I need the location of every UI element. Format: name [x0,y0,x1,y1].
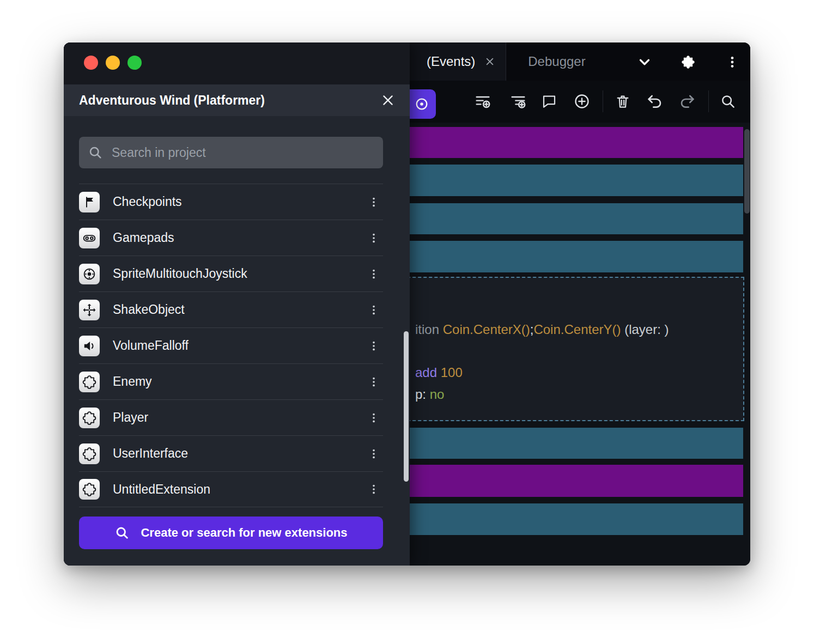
extension-menu-button[interactable] [365,263,383,285]
puzzle-icon [79,479,100,500]
event-action-line: add 100 [415,365,463,380]
kebab-menu-icon [368,232,380,244]
event-row[interactable] [402,241,743,272]
extension-item-untitledextension[interactable]: UntitledExtension [79,471,383,507]
app-window: (Events) Debugger [64,42,750,566]
tab-debugger[interactable]: Debugger [511,42,603,81]
events-scrollbar[interactable] [744,129,750,214]
create-extension-label: Create or search for new extensions [141,526,347,540]
tabs-dropdown-button[interactable] [631,49,658,75]
extension-item-player[interactable]: Player [79,399,383,435]
event-row[interactable] [402,165,743,196]
delete-button[interactable] [610,87,636,116]
window-titlebar [64,42,410,84]
close-drawer-button[interactable] [379,92,397,109]
drawer-header: Adventurous Wind (Platformer) [64,84,410,116]
move-arrows-icon [79,300,100,320]
kebab-menu-icon [368,448,380,460]
window-menu-button[interactable] [719,49,745,75]
toolbar-divider [603,90,603,112]
extensions-button[interactable] [675,49,701,75]
extension-menu-button[interactable] [365,478,383,500]
search-events-button[interactable] [715,87,741,116]
puzzle-icon [79,372,100,392]
extension-label: SpriteMultitouchJoystick [113,266,351,281]
param-value: no [430,387,445,402]
puzzle-icon [79,408,100,428]
search-icon [720,93,736,110]
project-title: Adventurous Wind (Platformer) [79,93,265,108]
tab-close-button[interactable] [484,56,496,68]
undo-button[interactable] [642,87,668,116]
plus-circle-icon [573,93,591,110]
create-extension-button[interactable]: Create or search for new extensions [79,517,383,549]
extension-item-shakeobject[interactable]: ShakeObject [79,291,383,327]
event-row[interactable] [402,465,743,497]
extension-menu-button[interactable] [365,191,383,213]
tab-events[interactable]: (Events) [402,42,506,81]
extension-menu-button[interactable] [365,407,383,429]
event-row[interactable] [402,127,743,158]
event-row[interactable] [402,203,743,234]
action-text: ition [415,322,443,337]
kebab-menu-icon [368,340,380,352]
speaker-icon [79,336,100,356]
toolbar-divider [708,90,709,112]
tab-events-label: (Events) [427,54,475,69]
selected-event-block[interactable]: ition Coin.CenterX();Coin.CenterY() (lay… [402,277,744,421]
event-row[interactable] [402,428,743,459]
flag-icon [79,192,100,212]
add-event-icon [414,96,429,112]
minimize-window-button[interactable] [106,56,120,70]
trash-icon [615,93,631,110]
puzzle-icon [681,54,696,70]
close-icon [381,93,395,107]
event-action-line: ition Coin.CenterX();Coin.CenterY() (lay… [415,322,669,337]
project-manager-drawer: Adventurous Wind (Platformer) Checkpoint… [64,42,410,566]
close-window-button[interactable] [84,56,98,70]
extension-item-userinterface[interactable]: UserInterface [79,435,383,471]
value: 100 [441,365,463,380]
kebab-menu-icon [368,268,380,280]
add-sub-condition-button[interactable] [505,87,531,116]
event-row[interactable] [402,503,743,535]
gamepad-icon [79,228,100,248]
kebab-menu-icon [368,483,380,495]
kebab-menu-icon [368,196,380,208]
redo-icon [678,93,696,110]
extension-label: Checkpoints [113,195,351,209]
expression-x: Coin.CenterX() [443,322,530,337]
extension-label: UntitledExtension [113,482,351,497]
extension-label: VolumeFalloff [113,338,351,353]
joystick-icon [79,264,100,284]
add-subevent-indent-icon [509,93,527,110]
expression-y: Coin.CenterY() [533,322,621,337]
add-subevent-icon [474,93,491,110]
extension-label: ShakeObject [113,302,351,317]
redo-button[interactable] [674,87,700,116]
extension-item-sprite-multitouch-joystick[interactable]: SpriteMultitouchJoystick [79,256,383,291]
extension-menu-button[interactable] [365,335,383,357]
drawer-scrollbar[interactable] [404,331,409,482]
search-icon [114,525,130,540]
extension-item-enemy[interactable]: Enemy [79,363,383,399]
add-other-event-button[interactable] [569,87,595,116]
add-comment-button[interactable] [536,87,562,116]
extensions-list: Checkpoints Gamepads SpriteMultitouchJ [79,184,383,507]
extension-menu-button[interactable] [365,443,383,465]
param-label: p: [415,387,426,402]
extension-menu-button[interactable] [365,227,383,249]
layer-param: (layer: ) [621,322,669,337]
kebab-menu-icon [368,412,380,424]
puzzle-icon [79,443,100,464]
zoom-window-button[interactable] [127,56,142,70]
add-subevent-button[interactable] [470,87,496,116]
operator-word: add [415,365,437,380]
extension-item-checkpoints[interactable]: Checkpoints [79,184,383,220]
extension-item-gamepads[interactable]: Gamepads [79,220,383,256]
extension-item-volumefalloff[interactable]: VolumeFalloff [79,327,383,363]
search-input[interactable] [112,145,374,160]
extension-menu-button[interactable] [365,371,383,393]
extension-menu-button[interactable] [365,299,383,321]
kebab-menu-icon [368,304,380,316]
